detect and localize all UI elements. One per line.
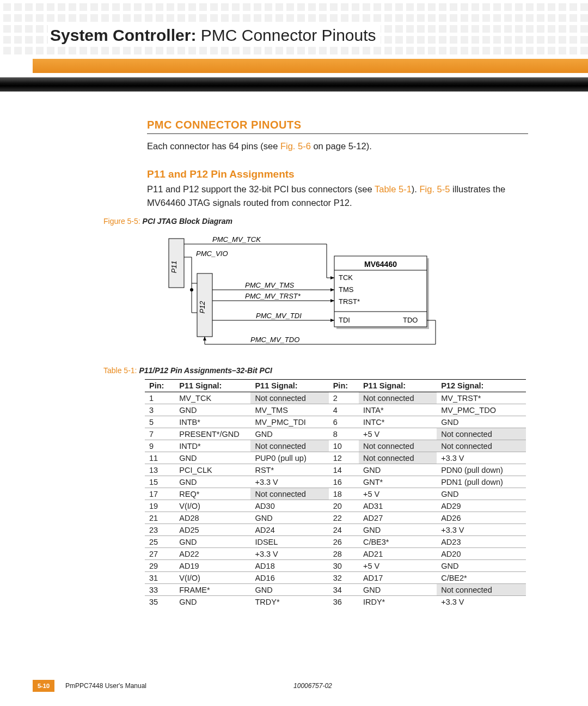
- table-cell: +3.3 V: [437, 596, 526, 608]
- table-row: 35GNDTRDY*36IRDY*+3.3 V: [145, 596, 526, 608]
- table-cell: 15: [145, 476, 175, 488]
- table-cell: INTB*: [175, 416, 250, 428]
- table-cell: PDN1 (pull down): [437, 476, 526, 488]
- p11-p12-paragraph: P11 and P12 support the 32-bit PCI bus c…: [147, 182, 528, 210]
- table-cell: MV_TRST*: [437, 392, 526, 404]
- table-cell: AD30: [250, 500, 328, 512]
- intro-paragraph: Each connector has 64 pins (see Fig. 5-6…: [147, 139, 528, 153]
- table-cell: PCI_CLK: [175, 464, 250, 476]
- table-cell: GND: [175, 536, 250, 548]
- table-cell: 24: [329, 524, 359, 536]
- main-content: PMC CONNECTOR PINOUTS Each connector has…: [147, 119, 528, 607]
- svg-text:PMC_MV_TCK: PMC_MV_TCK: [212, 235, 261, 244]
- table-cell: V(I/O): [175, 572, 250, 584]
- table-cell: INTD*: [175, 440, 250, 452]
- th-p11a: P11 Signal:: [175, 380, 250, 392]
- jtag-block-diagram: P11 P12 MV64460 TCK TMS TRST* TDI TDO PM…: [163, 231, 468, 356]
- table-cell: GND: [359, 464, 437, 476]
- table-cell: AD24: [250, 524, 328, 536]
- table-title: P11/P12 Pin Assignments–32-Bit PCI: [139, 366, 272, 375]
- table-cell: +3.3 V: [437, 452, 526, 464]
- table-cell: 4: [329, 404, 359, 416]
- table-cell: AD19: [175, 560, 250, 572]
- pin-assignment-table: Pin: P11 Signal: P11 Signal: Pin: P11 Si…: [145, 379, 526, 607]
- th-p11c: P11 Signal:: [359, 380, 437, 392]
- table-cell: 8: [329, 428, 359, 440]
- table-cell: GND: [359, 524, 437, 536]
- svg-text:TRST*: TRST*: [339, 297, 360, 306]
- table-cell: GND: [250, 428, 328, 440]
- table-cell: AD20: [437, 548, 526, 560]
- table-row: 23AD25AD2424GND+3.3 V: [145, 524, 526, 536]
- table-cell: 31: [145, 572, 175, 584]
- table-cell: AD23: [437, 536, 526, 548]
- crossref-fig-5-6[interactable]: Fig. 5-6: [280, 141, 311, 151]
- table-cell: IDSEL: [250, 536, 328, 548]
- table-cell: 2: [329, 392, 359, 404]
- table-cell: 23: [145, 524, 175, 536]
- table-cell: 34: [329, 584, 359, 596]
- table-cell: 10: [329, 440, 359, 452]
- table-cell: GNT*: [359, 476, 437, 488]
- table-row: 3GNDMV_TMS4INTA*MV_PMC_TDO: [145, 404, 526, 416]
- table-header-row: Pin: P11 Signal: P11 Signal: Pin: P11 Si…: [145, 380, 526, 392]
- table-cell: 22: [329, 512, 359, 524]
- table-cell: 5: [145, 416, 175, 428]
- table-cell: GND: [250, 512, 328, 524]
- table-row: 11GNDPUP0 (pull up)12Not connected+3.3 V: [145, 452, 526, 464]
- table-cell: AD21: [359, 548, 437, 560]
- table-cell: Not connected: [359, 392, 437, 404]
- table-row: 25GNDIDSEL26C/BE3*AD23: [145, 536, 526, 548]
- table-cell: GND: [437, 560, 526, 572]
- th-p11b: P11 Signal:: [250, 380, 328, 392]
- table-cell: AD26: [437, 512, 526, 524]
- svg-text:MV64460: MV64460: [364, 260, 397, 269]
- table-cell: AD28: [175, 512, 250, 524]
- crossref-table-5-1[interactable]: Table 5-1: [375, 184, 412, 194]
- manual-name: PmPPC7448 User's Manual: [65, 682, 146, 690]
- table-cell: GND: [175, 452, 250, 464]
- table-cell: IRDY*: [359, 596, 437, 608]
- svg-text:TMS: TMS: [339, 285, 354, 294]
- table-cell: Not connected: [250, 440, 328, 452]
- table-cell: 16: [329, 476, 359, 488]
- table-cell: 1: [145, 392, 175, 404]
- table-cell: MV_TMS: [250, 404, 328, 416]
- table-cell: +5 V: [359, 428, 437, 440]
- table-cell: 28: [329, 548, 359, 560]
- table-cell: 35: [145, 596, 175, 608]
- table-cell: 18: [329, 488, 359, 500]
- intro-post: on page 5-12).: [311, 141, 372, 151]
- intro-pre: Each connector has 64 pins (see: [147, 141, 280, 151]
- figure-title: PCI JTAG Block Diagram: [143, 217, 232, 226]
- figure-tag: Figure 5-5:: [103, 217, 140, 226]
- page-title-bold: System Controller:: [50, 26, 196, 44]
- table-cell: AD25: [175, 524, 250, 536]
- table-cell: 20: [329, 500, 359, 512]
- svg-text:PMC_MV_TMS: PMC_MV_TMS: [245, 281, 295, 289]
- page-number-badge: 5-10: [33, 680, 54, 692]
- table-cell: +5 V: [359, 560, 437, 572]
- table-cell: GND: [359, 584, 437, 596]
- page-footer: 5-10 PmPPC7448 User's Manual 10006757-02: [33, 680, 555, 692]
- th-p12: P12 Signal:: [437, 380, 526, 392]
- crossref-fig-5-5[interactable]: Fig. 5-5: [420, 184, 450, 194]
- table-row: 9INTD*Not connected10Not connectedNot co…: [145, 440, 526, 452]
- table-cell: +3.3 V: [437, 524, 526, 536]
- table-row: 5INTB*MV_PMC_TDI6INTC*GND: [145, 416, 526, 428]
- table-cell: Not connected: [437, 584, 526, 596]
- table-cell: 14: [329, 464, 359, 476]
- table-cell: 29: [145, 560, 175, 572]
- table-cell: GND: [175, 476, 250, 488]
- table-row: 7PRESENT*/GNDGND8+5 VNot connected: [145, 428, 526, 440]
- th-pin-b: Pin:: [329, 380, 359, 392]
- table-cell: AD27: [359, 512, 437, 524]
- black-band: [0, 77, 588, 92]
- table-cell: 13: [145, 464, 175, 476]
- table-cell: C/BE2*: [437, 572, 526, 584]
- document-id: 10006757-02: [293, 682, 332, 690]
- table-cell: 7: [145, 428, 175, 440]
- th-pin-a: Pin:: [145, 380, 175, 392]
- table-row: 17REQ*Not connected18+5 VGND: [145, 488, 526, 500]
- orange-band: [33, 59, 588, 73]
